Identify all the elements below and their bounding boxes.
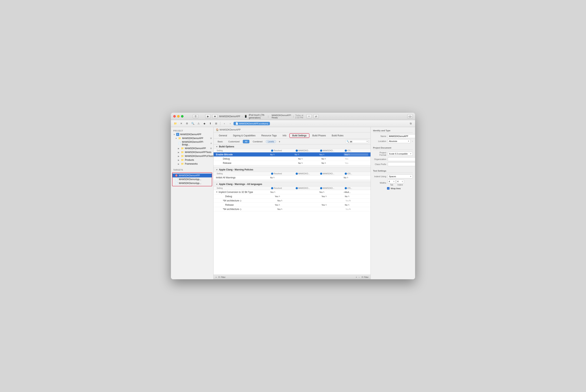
- refresh-button[interactable]: ⚙: [185, 122, 190, 126]
- search-button[interactable]: 🔍: [190, 122, 195, 126]
- filter-icon-2: ⊙: [361, 276, 363, 278]
- filter-customized[interactable]: Customized: [226, 140, 242, 143]
- nav-forward-button[interactable]: ›: [228, 122, 233, 126]
- inspector-panel-button[interactable]: ◁▷: [407, 114, 413, 118]
- breadcrumb-bar: 🏠 MAMSDKDemoAPP: [214, 127, 370, 132]
- active-tab-item[interactable]: 📄 MAMSDKDemoAPP.xcodeproj: [234, 122, 270, 125]
- filter-add[interactable]: +: [277, 140, 282, 143]
- sidebar-toggle-button[interactable]: ☰: [193, 114, 198, 118]
- project-section-label: PROJECT: [171, 128, 213, 132]
- rp-wrap-lines-checkbox[interactable]: ✓: [387, 187, 389, 190]
- row-arch-debug[interactable]: *64 architecture ◇ Yes ⇅ Yes ⇅: [214, 198, 370, 203]
- rp-tab-stepper[interactable]: 4 ⇅: [388, 180, 395, 184]
- row-debug-bitcode[interactable]: Debug No ⇅ No ⇅ Yes: [214, 157, 370, 161]
- row-debug-implicit[interactable]: Debug Yes ⇅ Yes ⇅ No ⇅: [214, 194, 370, 198]
- target-mamsdkdemoapp[interactable]: 🎯 MAMSDKDemoAPP: [173, 174, 212, 178]
- arrow-icon-sub: ▶: [178, 148, 180, 150]
- search-icon: 🔍: [346, 140, 349, 143]
- diamond-button[interactable]: ◆: [202, 122, 207, 126]
- location-arrow-icon: ›: [412, 140, 413, 142]
- targets-box: 🎯 MAMSDKDemoAPP 📄 MAMSDKDemoApp... 📄 MAM…: [172, 172, 212, 186]
- blue-folder-icon: 📁: [178, 137, 181, 140]
- tab-build-phases[interactable]: Build Phases: [309, 133, 329, 138]
- section-warnings-all-lang[interactable]: ▼ Apple Clang - Warnings - All languages: [214, 182, 370, 186]
- play-button[interactable]: ▶: [205, 114, 211, 118]
- statusbar: + ⊙ Filter + − ⊙ Filter: [214, 275, 370, 279]
- filter-button-2[interactable]: ⊙ Filter: [361, 276, 369, 278]
- cell-enable-bitcode-col3: Yes ⇅: [319, 154, 344, 156]
- add-item-button[interactable]: +: [216, 276, 217, 278]
- rp-project-format-select[interactable]: Xcode 9.3-compatible ▼: [388, 152, 413, 156]
- tab-general[interactable]: General: [216, 133, 230, 138]
- sidebar-item-mamsdkdemoapp-main[interactable]: ▼ 📁 MAMSDKDemoAPP M: [171, 136, 213, 140]
- rp-name-input[interactable]: [388, 134, 415, 138]
- maximize-button[interactable]: [181, 115, 184, 118]
- filter-icon: ⊙: [218, 276, 220, 278]
- stop-toolbar-button[interactable]: ✕: [179, 122, 184, 126]
- cell-release-implicit: Release: [221, 204, 275, 206]
- row-arch-release[interactable]: *64 architecture ◇ Yes ⇅ Yes ⇅: [214, 207, 370, 211]
- add-tab-button[interactable]: +: [306, 114, 312, 118]
- separator: [220, 122, 220, 125]
- tab-build-settings[interactable]: Build Settings: [289, 133, 309, 138]
- target-mamsdkdemoapp-3[interactable]: 📄 MAMSDKDemoApp...: [173, 181, 212, 185]
- layout-button[interactable]: ⇄: [313, 114, 319, 118]
- warning-button[interactable]: ⚠: [196, 122, 201, 126]
- remove-item-button[interactable]: −: [358, 276, 360, 278]
- section-warning-policies[interactable]: ▼ Apple Clang - Warning Policies: [214, 168, 370, 172]
- sidebar-item-bridging[interactable]: 📄 MAMSDKDemoAPP-Bridgi... A: [171, 140, 213, 146]
- filter-levels[interactable]: Levels: [266, 140, 276, 143]
- search-input[interactable]: [350, 140, 365, 143]
- tab-build-rules[interactable]: Build Rules: [329, 133, 346, 138]
- content-area: 🏠 MAMSDKDemoAPP General Signing & Capabi…: [214, 127, 370, 279]
- sidebar-item-uitests[interactable]: ▶ 📁 MAMSDKDemoAPPUITests: [171, 154, 213, 158]
- inspector-toggle-button[interactable]: ⧉: [408, 122, 413, 126]
- minimize-button[interactable]: [177, 115, 180, 118]
- rp-indent-select[interactable]: Spaces ▼: [388, 174, 413, 178]
- rp-project-doc-title: Project Document: [373, 146, 413, 150]
- row-release-bitcode[interactable]: Release No ⇅ No ⇅ Yes: [214, 161, 370, 165]
- rp-location-select[interactable]: Absolute ▼: [388, 139, 411, 143]
- filter-basic[interactable]: Basic: [216, 140, 225, 143]
- grid-button[interactable]: ⊞: [214, 122, 219, 126]
- folder-icon-button[interactable]: 📁: [173, 122, 178, 126]
- stop-button[interactable]: ■: [212, 114, 218, 118]
- sidebar-item-frameworks[interactable]: ▶ 📁 Frameworks: [171, 162, 213, 166]
- filter-combined[interactable]: Combined: [251, 140, 265, 143]
- project-label: MAMSDKDemoAPP: [180, 133, 201, 136]
- target-mamsdkdemoapp-2[interactable]: 📄 MAMSDKDemoApp...: [173, 178, 212, 181]
- section-build-options[interactable]: ▼ Build Options: [214, 144, 370, 149]
- row-inhibit-warnings[interactable]: Inhibit All Warnings No ⇅ No ⇅: [214, 176, 370, 180]
- add-item-button-2[interactable]: +: [356, 276, 357, 278]
- target-label-2: MAMSDKDemoApp...: [179, 178, 201, 181]
- rp-organization-input[interactable]: [388, 157, 415, 161]
- cell-release-implicit-resolved: Yes ⇅: [275, 204, 298, 206]
- cell-arch-release: *64 architecture ◇: [223, 208, 277, 210]
- tab-signing[interactable]: Signing & Capabilities: [230, 133, 259, 138]
- cell-implicit-col3: Yes ⇅: [319, 191, 344, 193]
- rp-indent-stepper[interactable]: 4 ⇅: [396, 180, 404, 184]
- rp-stepper-group: 4 ⇅ Tab 4 ⇅ Indent: [388, 180, 404, 186]
- filter-button[interactable]: ⊙ Filter: [218, 276, 225, 278]
- row-release-implicit[interactable]: Release Yes ⇅ Yes ⇅ No ⇅: [214, 203, 370, 207]
- nav-back-button[interactable]: ‹: [222, 122, 227, 126]
- row-enable-bitcode[interactable]: Enable Bitcode No ⇅ No ⇅ Yes ⇅ Yes ⇅: [214, 152, 370, 157]
- row-implicit-conversion-header[interactable]: ▼ Implicit Conversion to 32 Bit Type Yes…: [214, 190, 370, 194]
- rp-wrap-lines-row[interactable]: ✓ Wrap lines: [373, 187, 413, 190]
- badge-a: A: [210, 142, 212, 144]
- tab-resource-tags[interactable]: Resource Tags: [258, 133, 280, 138]
- rp-identity-title: Identity and Type: [373, 130, 413, 133]
- sidebar-item-project[interactable]: ▼ P MAMSDKDemoAPP: [171, 132, 213, 136]
- close-button[interactable]: [173, 115, 176, 118]
- filter-all[interactable]: All: [243, 140, 249, 143]
- cell-debug-setting: Debug: [221, 158, 275, 160]
- item-label-frameworks: Frameworks: [185, 162, 198, 165]
- sidebar-item-products[interactable]: ▶ 📁 Products: [171, 158, 213, 162]
- clear-search-icon[interactable]: ✕: [366, 140, 368, 143]
- sidebar-item-mamsdkdemoapp-sub[interactable]: ▶ 📁 MAMSDKDemoAPP M: [171, 146, 213, 150]
- sidebar-item-tests[interactable]: ▶ 📁 MAMSDKDemoAPPTests: [171, 150, 213, 154]
- share-button[interactable]: ⬆: [208, 122, 213, 126]
- cell-implicit-resolved: Yes ⇅: [270, 191, 295, 193]
- rp-class-prefix-input[interactable]: [388, 162, 415, 166]
- tab-info[interactable]: Info: [280, 133, 289, 138]
